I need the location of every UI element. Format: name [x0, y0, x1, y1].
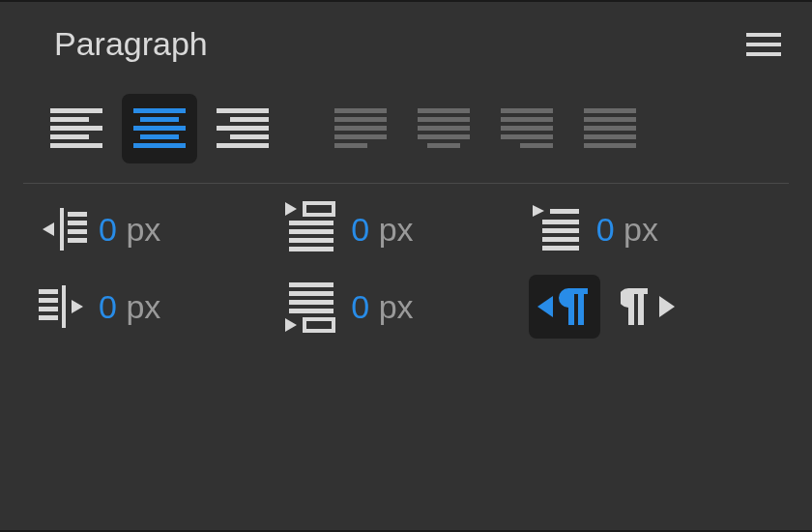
justify-last-left-button[interactable] — [323, 94, 398, 163]
alignment-row — [0, 94, 812, 163]
svg-rect-1 — [746, 43, 781, 46]
svg-rect-26 — [418, 134, 470, 139]
svg-rect-63 — [289, 291, 334, 296]
svg-rect-0 — [746, 33, 781, 37]
svg-rect-52 — [542, 220, 579, 224]
svg-rect-64 — [289, 300, 334, 305]
svg-rect-46 — [289, 221, 334, 225]
justify-last-right-button[interactable] — [489, 94, 565, 163]
svg-rect-56 — [39, 289, 58, 294]
svg-rect-25 — [418, 126, 470, 131]
svg-marker-61 — [72, 300, 83, 313]
svg-rect-45 — [304, 203, 334, 215]
svg-rect-27 — [427, 143, 460, 148]
svg-rect-60 — [62, 285, 66, 328]
svg-rect-13 — [217, 108, 269, 113]
svg-rect-23 — [418, 108, 470, 113]
indent-left-field[interactable]: 0 px — [39, 201, 283, 257]
rtl-pilcrow-icon — [621, 284, 675, 329]
svg-rect-17 — [217, 143, 269, 148]
svg-rect-29 — [501, 117, 553, 122]
indent-right-icon — [39, 283, 87, 330]
svg-marker-39 — [43, 222, 54, 236]
justify-last-center-icon — [418, 108, 470, 149]
rtl-direction-button[interactable] — [612, 275, 683, 339]
svg-rect-7 — [50, 143, 102, 148]
svg-rect-32 — [520, 143, 553, 148]
indent-right-field[interactable]: 0 px — [39, 275, 283, 339]
space-before-value: 0 px — [596, 211, 658, 249]
svg-rect-41 — [68, 221, 87, 225]
indent-left-value: 0 px — [99, 211, 160, 249]
ltr-pilcrow-icon — [537, 284, 592, 329]
justify-last-left-icon — [334, 108, 387, 149]
svg-rect-20 — [334, 126, 387, 131]
svg-rect-57 — [39, 298, 58, 303]
svg-marker-68 — [537, 296, 553, 317]
svg-rect-31 — [501, 134, 553, 139]
svg-marker-69 — [659, 296, 675, 317]
text-direction-pair — [529, 275, 773, 339]
panel-header: Paragraph — [0, 25, 812, 63]
align-right-icon — [217, 108, 269, 149]
svg-marker-44 — [285, 202, 297, 216]
svg-marker-50 — [533, 205, 544, 217]
svg-marker-66 — [285, 318, 297, 332]
svg-rect-11 — [140, 134, 179, 139]
indent-right-value: 0 px — [99, 288, 160, 326]
svg-rect-19 — [334, 117, 387, 122]
align-left-icon — [50, 108, 102, 149]
svg-rect-40 — [68, 212, 87, 217]
hamburger-menu-icon — [746, 31, 781, 58]
svg-rect-9 — [140, 117, 179, 122]
space-before-icon — [529, 205, 585, 253]
svg-rect-12 — [133, 143, 186, 148]
svg-rect-38 — [60, 208, 64, 251]
panel-title: Paragraph — [54, 25, 208, 63]
svg-rect-30 — [501, 126, 553, 131]
first-line-indent-value: 0 px — [351, 211, 413, 249]
align-right-button[interactable] — [205, 94, 280, 163]
svg-rect-24 — [418, 117, 470, 122]
ltr-direction-button[interactable] — [529, 275, 600, 339]
svg-rect-48 — [289, 238, 334, 243]
panel-menu-button[interactable] — [746, 31, 781, 58]
last-line-indent-field[interactable]: 0 px — [283, 275, 528, 339]
svg-rect-22 — [334, 143, 367, 148]
svg-rect-49 — [289, 247, 334, 251]
svg-rect-58 — [39, 307, 58, 311]
svg-rect-36 — [584, 134, 636, 139]
svg-rect-6 — [50, 134, 89, 139]
svg-rect-55 — [542, 246, 579, 251]
svg-rect-42 — [68, 229, 87, 234]
indent-left-icon — [39, 206, 87, 252]
svg-rect-54 — [542, 237, 579, 242]
svg-rect-10 — [133, 126, 186, 131]
align-left-button[interactable] — [39, 94, 114, 163]
first-line-indent-field[interactable]: 0 px — [283, 201, 528, 257]
indent-fields: 0 px 0 px — [0, 201, 812, 339]
svg-rect-34 — [584, 117, 636, 122]
svg-rect-51 — [550, 209, 579, 214]
svg-rect-67 — [304, 319, 334, 331]
divider — [23, 183, 789, 184]
svg-rect-14 — [230, 117, 269, 122]
last-line-indent-icon — [283, 279, 339, 335]
align-center-icon — [133, 108, 186, 149]
svg-rect-65 — [289, 309, 334, 313]
svg-rect-47 — [289, 229, 334, 234]
justify-all-button[interactable] — [572, 94, 648, 163]
justify-last-center-button[interactable] — [406, 94, 481, 163]
paragraph-panel: Paragraph — [0, 0, 812, 532]
svg-rect-43 — [68, 238, 87, 243]
svg-rect-53 — [542, 228, 579, 233]
svg-rect-15 — [217, 126, 269, 131]
svg-rect-28 — [501, 108, 553, 113]
svg-rect-33 — [584, 108, 636, 113]
svg-rect-4 — [50, 117, 89, 122]
svg-rect-18 — [334, 108, 387, 113]
align-center-button[interactable] — [122, 94, 197, 163]
svg-rect-59 — [39, 315, 58, 320]
space-before-field[interactable]: 0 px — [529, 201, 773, 257]
justify-last-right-icon — [501, 108, 553, 149]
